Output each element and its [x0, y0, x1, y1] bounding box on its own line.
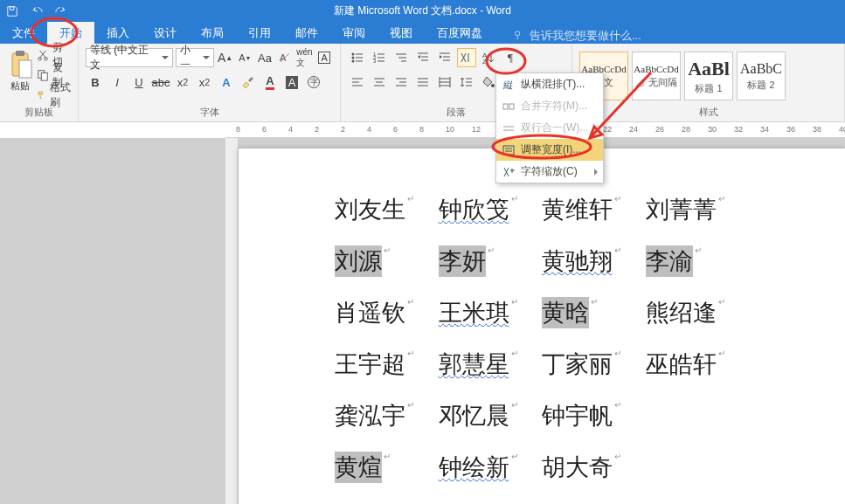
enclose-char-button[interactable]: 字: [304, 72, 323, 92]
undo-icon[interactable]: [24, 0, 49, 22]
menu-item-vertical[interactable]: 縦纵横混排(T)...: [496, 73, 603, 95]
table-row: 黄煊↵钟绘新↵胡大奇↵: [335, 441, 749, 493]
name-cell[interactable]: 胡大奇↵: [542, 452, 646, 483]
asian-layout-button[interactable]: [457, 48, 476, 67]
svg-text:Z: Z: [482, 58, 487, 65]
name-cell[interactable]: 黄维轩↵: [542, 194, 646, 225]
name-cell[interactable]: 龚泓宇↵: [335, 400, 439, 432]
superscript-button[interactable]: x2: [195, 72, 214, 92]
grow-font-button[interactable]: A▲: [217, 48, 234, 67]
numbering-button[interactable]: 123: [370, 48, 389, 67]
paste-label: 粘贴: [10, 79, 30, 93]
align-left-button[interactable]: [348, 72, 367, 92]
style-card-2[interactable]: AaBl标题 1: [684, 52, 733, 100]
ribbon: 粘贴 剪切 复制 格式刷 剪贴板 等线 (中文正文 小一 A▲ A▼ Aa A …: [0, 44, 845, 122]
font-size-combo[interactable]: 小一: [176, 48, 214, 67]
svg-rect-62: [503, 146, 514, 155]
highlight-button[interactable]: [239, 72, 258, 92]
name-cell[interactable]: 王宇超↵: [335, 349, 439, 380]
increase-indent-button[interactable]: [435, 48, 454, 67]
group-font-label: 字体: [86, 106, 333, 119]
bullets-button[interactable]: [348, 48, 367, 67]
name-cell[interactable]: 刘源↵: [335, 245, 439, 277]
bold-button[interactable]: B: [86, 72, 105, 92]
svg-text:縦: 縦: [502, 79, 513, 90]
format-painter-button[interactable]: 格式刷: [37, 86, 71, 104]
phonetic-guide-button[interactable]: wén文: [296, 48, 314, 67]
name-cell[interactable]: 黄煊↵: [335, 452, 439, 483]
svg-rect-59: [509, 104, 514, 109]
style-card-1[interactable]: AaBbCcDd⊿ 无间隔: [632, 52, 681, 100]
shrink-font-button[interactable]: A▼: [236, 48, 253, 67]
menu-item-twoline: 双行合一(W)...: [496, 117, 603, 139]
svg-rect-8: [41, 72, 47, 80]
italic-button[interactable]: I: [107, 72, 127, 92]
tab-view[interactable]: 视图: [377, 22, 425, 44]
tab-insert[interactable]: 插入: [94, 22, 142, 44]
name-cell[interactable]: 刘菁菁↵: [646, 194, 750, 225]
name-cell[interactable]: 熊绍逢↵: [646, 297, 750, 328]
name-cell[interactable]: 丁家丽↵: [542, 349, 646, 380]
vertical-ruler[interactable]: [225, 138, 239, 504]
name-cell[interactable]: 王米琪↵: [439, 297, 543, 328]
distributed-button[interactable]: [435, 72, 454, 92]
char-shading-button[interactable]: A: [282, 72, 301, 92]
name-cell[interactable]: 黄驰翔↵: [542, 245, 646, 277]
underline-button[interactable]: U: [129, 72, 149, 92]
tab-design[interactable]: 设计: [142, 22, 189, 44]
name-cell[interactable]: 李渝↵: [646, 245, 750, 277]
align-right-button[interactable]: [391, 72, 411, 92]
tab-mailings[interactable]: 邮件: [283, 22, 330, 44]
change-case-button[interactable]: Aa: [256, 48, 274, 67]
table-row: 王宇超↵郭慧星↵丁家丽↵巫皓轩↵: [335, 338, 749, 390]
clear-formatting-button[interactable]: A: [276, 48, 294, 67]
tab-layout[interactable]: 布局: [189, 22, 236, 44]
name-cell[interactable]: 刘友生↵: [335, 194, 439, 225]
text-effects-button[interactable]: A: [217, 72, 236, 92]
redo-icon[interactable]: [49, 0, 73, 22]
group-clipboard: 粘贴 剪切 复制 格式刷 剪贴板: [0, 44, 79, 121]
tell-me-label: 告诉我您想要做什么...: [530, 28, 641, 44]
name-cell[interactable]: 钟绘新↵: [439, 452, 543, 483]
show-marks-button[interactable]: ¶: [501, 48, 520, 67]
tab-baidu[interactable]: 百度网盘: [425, 22, 495, 44]
svg-point-53: [491, 84, 495, 87]
name-cell[interactable]: 郭慧星↵: [439, 349, 543, 380]
name-cell[interactable]: 钟宇帆↵: [542, 400, 646, 432]
sort-button[interactable]: AZ: [479, 48, 498, 67]
svg-text:A: A: [280, 52, 287, 63]
menu-item-zoom[interactable]: 字符缩放(C): [496, 161, 603, 183]
menu-item-fitwidth[interactable]: 调整宽度(I)...: [496, 139, 603, 161]
name-cell[interactable]: 邓忆晨↵: [439, 400, 543, 432]
multilevel-list-button[interactable]: [391, 48, 411, 67]
svg-rect-58: [503, 104, 508, 109]
svg-point-1: [516, 31, 520, 36]
tell-me[interactable]: 告诉我您想要做什么...: [512, 28, 641, 44]
paste-button[interactable]: 粘贴: [7, 46, 33, 104]
font-name-combo[interactable]: 等线 (中文正文: [86, 48, 173, 67]
subscript-button[interactable]: x2: [173, 72, 192, 92]
svg-rect-4: [19, 60, 31, 78]
tab-references[interactable]: 引用: [236, 22, 283, 44]
name-cell[interactable]: 肖遥钦↵: [335, 297, 439, 328]
document-body[interactable]: 刘友生↵钟欣䇝↵黄维轩↵刘菁菁↵刘源↵李妍↵黄驰翔↵李渝↵肖遥钦↵王米琪↵黄晗↵…: [239, 148, 845, 493]
name-cell[interactable]: 黄晗↵: [542, 297, 646, 328]
tab-review[interactable]: 审阅: [330, 22, 377, 44]
style-card-3[interactable]: AaBbC标题 2: [737, 52, 786, 100]
quick-access-toolbar: [0, 0, 73, 22]
save-icon[interactable]: [0, 0, 24, 22]
justify-button[interactable]: [413, 72, 433, 92]
table-row: 刘源↵李妍↵黄驰翔↵李渝↵: [335, 235, 749, 287]
font-color-button[interactable]: A: [260, 72, 280, 92]
align-center-button[interactable]: [370, 72, 389, 92]
strikethrough-button[interactable]: abc: [151, 72, 170, 92]
name-cell[interactable]: 巫皓轩↵: [646, 349, 750, 380]
name-cell[interactable]: 钟欣䇝↵: [439, 194, 543, 225]
page[interactable]: 刘友生↵钟欣䇝↵黄维轩↵刘菁菁↵刘源↵李妍↵黄驰翔↵李渝↵肖遥钦↵王米琪↵黄晗↵…: [239, 148, 845, 504]
line-spacing-button[interactable]: [457, 72, 476, 92]
decrease-indent-button[interactable]: [413, 48, 433, 67]
name-cell[interactable]: 李妍↵: [439, 245, 543, 277]
tab-file[interactable]: 文件: [0, 22, 47, 44]
char-border-button[interactable]: A: [315, 48, 333, 67]
svg-rect-0: [10, 6, 13, 10]
